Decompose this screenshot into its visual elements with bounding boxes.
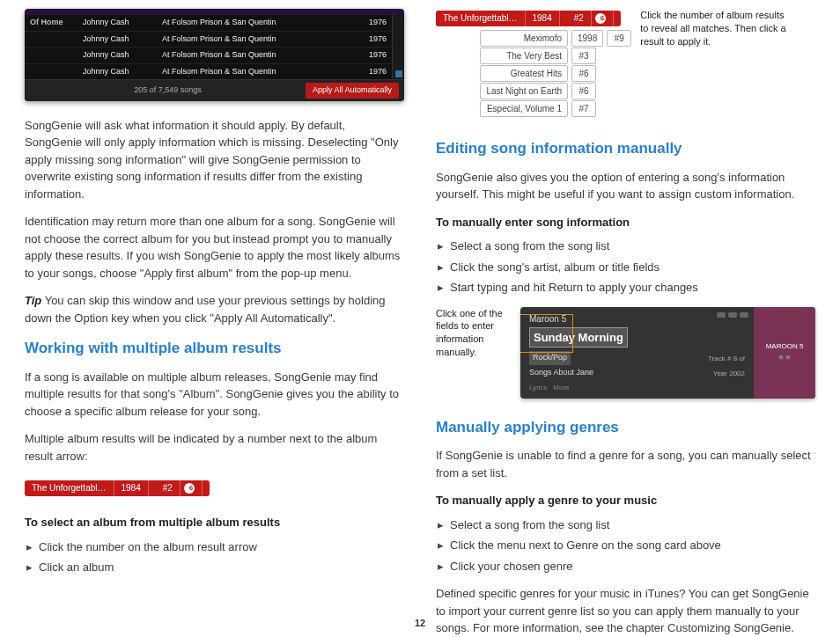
album-result-pill[interactable]: The Unforgettabl… 1984 #26: [436, 11, 621, 26]
steps-list: Click the number on the album result arr…: [26, 538, 404, 576]
screenshot-song-list: Of HomeJohnny CashAt Folsom Prison & San…: [25, 9, 404, 101]
lyrics-tab[interactable]: Lyrics: [529, 384, 548, 392]
callout-text: Click the number of album results to rev…: [640, 9, 790, 118]
list-item[interactable]: Last Night on Earth#6: [480, 83, 631, 99]
list-item[interactable]: Meximofo1998#9: [480, 30, 631, 47]
list-item[interactable]: Greatest Hits#6: [480, 65, 631, 82]
heading-editing: Editing song information manually: [436, 137, 815, 160]
album-art: MAROON 5★★: [754, 307, 815, 399]
subheading: To select an album from multiple album r…: [25, 514, 404, 531]
list-item[interactable]: The Very Best#3: [480, 48, 631, 64]
more-tab[interactable]: More: [553, 384, 569, 392]
body-text: Defined specific genres for your music i…: [436, 585, 815, 637]
guitar-icon: [717, 312, 748, 318]
subheading: To manually apply a genre to your music: [436, 492, 815, 509]
table-row: Johnny CashAt Folsom Prison & San Quenti…: [25, 31, 392, 48]
table-row: Johnny CashAt Folsom Prison & San Quenti…: [25, 63, 392, 80]
heading-working: Working with multiple album results: [25, 337, 404, 360]
apply-all-button[interactable]: Apply All Automatically: [306, 83, 399, 99]
body-text: If a song is available on multiple album…: [25, 369, 404, 421]
highlight-bracket: [520, 314, 573, 353]
result-count-badge[interactable]: 6: [184, 483, 195, 494]
body-text: Multiple album results will be indicated…: [25, 430, 404, 465]
genre-field[interactable]: Rock/Pop: [529, 351, 571, 365]
album-field[interactable]: Songs About Jane: [529, 367, 593, 379]
body-text: SongGenie will ask what information it s…: [25, 117, 404, 203]
table-row: Of HomeJohnny CashAt Folsom Prison & San…: [25, 14, 392, 31]
table-row: Johnny CashAt Folsom Prison & San Quenti…: [25, 47, 392, 63]
heading-genres: Manually applying genres: [436, 416, 815, 439]
page-number: 12: [415, 616, 425, 631]
song-card: Maroon 5 Sunday Morning Rock/Pop Track #…: [520, 307, 815, 399]
steps-list: Select a song from the song list Click t…: [438, 238, 815, 297]
body-text: Identification may return more than one …: [25, 213, 404, 282]
status-text: 205 of 7,549 songs: [134, 84, 202, 97]
scrollbar[interactable]: [392, 14, 404, 79]
callout-text: Click one of the fields to enter informa…: [436, 307, 512, 359]
album-dropdown-example: The Unforgettabl… 1984 #26 Meximofo1998#…: [436, 9, 631, 118]
list-item[interactable]: Especial, Volume 1#7: [480, 100, 631, 117]
subheading: To manually enter song information: [436, 214, 815, 231]
steps-list: Select a song from the song list Click t…: [438, 516, 815, 575]
tip-text: Tip You can skip this window and use you…: [25, 292, 404, 326]
body-text: If SongGenie is unable to find a genre f…: [436, 447, 815, 481]
body-text: SongGenie also gives you the option of e…: [436, 169, 815, 203]
album-result-pill[interactable]: The Unforgettabl… 1984 #26: [25, 480, 210, 496]
